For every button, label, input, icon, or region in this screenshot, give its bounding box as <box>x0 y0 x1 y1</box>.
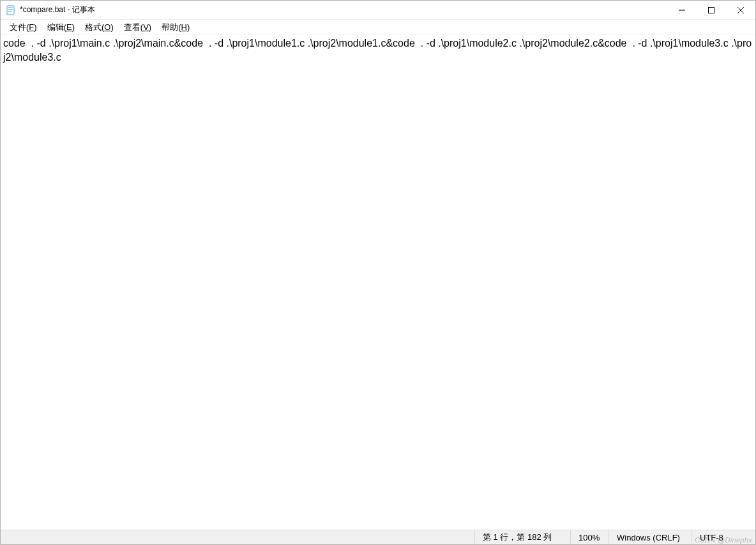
editor-area <box>1 35 755 530</box>
titlebar: *compare.bat - 记事本 <box>1 1 755 20</box>
close-icon <box>737 7 744 13</box>
notepad-window: *compare.bat - 记事本 文件(F) 编辑(E) 格式(O) 查看(… <box>0 0 756 545</box>
status-zoom: 100% <box>570 530 609 544</box>
status-line-ending: Windows (CRLF) <box>609 530 692 544</box>
notepad-icon <box>6 5 16 15</box>
statusbar: 第 1 行，第 182 列 100% Windows (CRLF) UTF-8 <box>1 530 755 544</box>
window-title: *compare.bat - 记事本 <box>20 4 95 15</box>
svg-rect-5 <box>709 8 714 13</box>
minimize-icon <box>679 7 685 13</box>
status-position: 第 1 行，第 182 列 <box>474 530 570 544</box>
maximize-icon <box>708 7 714 13</box>
minimize-button[interactable] <box>667 1 697 20</box>
maximize-button[interactable] <box>697 1 726 20</box>
menu-edit[interactable]: 编辑(E) <box>42 20 80 35</box>
menu-help[interactable]: 帮助(H) <box>156 20 195 35</box>
status-encoding: UTF-8 <box>692 530 755 544</box>
close-button[interactable] <box>726 1 755 20</box>
menu-view[interactable]: 查看(V) <box>119 20 156 35</box>
text-editor[interactable] <box>1 35 755 530</box>
svg-rect-0 <box>7 6 14 15</box>
menu-file[interactable]: 文件(F) <box>4 20 42 35</box>
menu-format[interactable]: 格式(O) <box>80 20 119 35</box>
status-spacer <box>1 530 474 544</box>
menubar: 文件(F) 编辑(E) 格式(O) 查看(V) 帮助(H) <box>1 20 755 35</box>
window-controls <box>667 1 755 19</box>
